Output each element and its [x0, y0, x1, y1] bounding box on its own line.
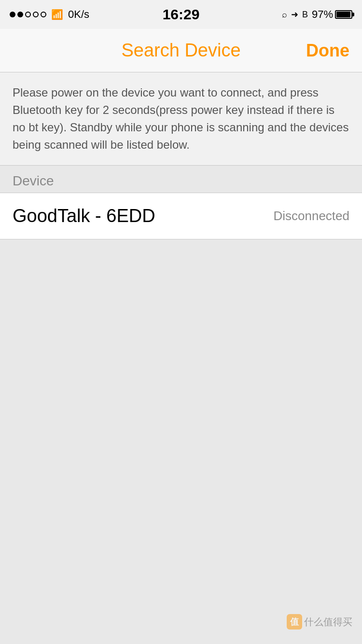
page-title: Search Device — [121, 40, 240, 61]
status-bar: 📶 0K/s 16:29 ⌕ ➜ B 97% — [0, 0, 362, 29]
status-icons: ⌕ ➜ B — [282, 9, 308, 20]
device-status: Disconnected — [273, 209, 349, 224]
status-right: ⌕ ➜ B 97% — [282, 8, 352, 21]
bluetooth-icon: B — [302, 10, 308, 20]
location-icon: ⌕ — [282, 10, 287, 20]
nav-bar: Search Device Done — [0, 29, 362, 72]
battery-container: 97% — [312, 8, 352, 21]
device-item[interactable]: GoodTalk - 6EDD Disconnected — [0, 193, 362, 239]
description-area: Please power on the device you want to c… — [0, 72, 362, 166]
device-name: GoodTalk - 6EDD — [13, 206, 155, 226]
done-button[interactable]: Done — [306, 41, 349, 61]
signal-strength — [10, 12, 46, 17]
navigation-icon: ➜ — [291, 9, 298, 20]
section-header-label: Device — [13, 173, 54, 188]
signal-dot-2 — [17, 12, 23, 17]
signal-dot-1 — [10, 12, 15, 17]
network-speed: 0K/s — [68, 8, 89, 21]
watermark: 值 什么值得买 — [287, 614, 352, 630]
watermark-label: 什么值得买 — [304, 616, 352, 629]
battery-percentage: 97% — [312, 8, 333, 21]
battery-fill — [336, 12, 350, 17]
wifi-icon: 📶 — [51, 9, 63, 20]
watermark-icon: 值 — [287, 614, 302, 630]
section-header: Device — [0, 166, 362, 193]
battery-icon — [335, 10, 352, 19]
status-time: 16:29 — [163, 6, 200, 23]
description-text: Please power on the device you want to c… — [13, 84, 349, 154]
signal-dot-5 — [41, 12, 46, 17]
status-left: 📶 0K/s — [10, 8, 89, 21]
signal-dot-3 — [25, 12, 31, 17]
signal-dot-4 — [33, 12, 39, 17]
device-list: GoodTalk - 6EDD Disconnected — [0, 193, 362, 239]
